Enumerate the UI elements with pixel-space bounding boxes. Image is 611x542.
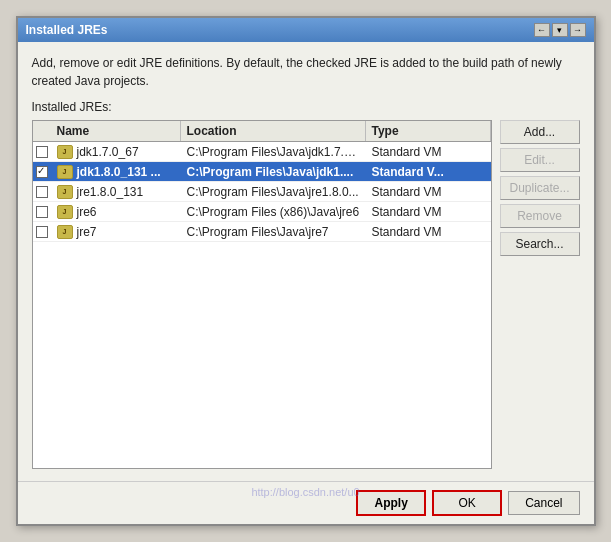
header-cb-cell [33,121,51,141]
dialog-title: Installed JREs [26,23,108,37]
row-name: Jjre1.8.0_131 [51,183,181,201]
jre-icon: J [57,165,73,179]
row-location: C:\Program Files\Java\jdk1.7.0... [181,143,366,161]
forward-button[interactable]: → [570,23,586,37]
bottom-bar: Apply OK Cancel [18,481,594,524]
jre-icon: J [57,205,73,219]
row-type: Standard VM [366,143,491,161]
row-type: Standard VM [366,183,491,201]
back-button[interactable]: ← [534,23,550,37]
ok-button[interactable]: OK [432,490,502,516]
apply-button[interactable]: Apply [356,490,426,516]
table-header: Name Location Type [33,121,491,142]
col-header-location: Location [181,121,366,141]
jre-icon: J [57,145,73,159]
down-button[interactable]: ▾ [552,23,568,37]
row-name: Jjre7 [51,223,181,241]
description-text: Add, remove or edit JRE definitions. By … [32,54,580,90]
row-name: Jjdk1.8.0_131 ... [51,163,181,181]
row-type: Standard VM [366,223,491,241]
title-bar: Installed JREs ← ▾ → [18,18,594,42]
row-location: C:\Program Files (x86)\Java\jre6 [181,203,366,221]
remove-button[interactable]: Remove [500,204,580,228]
edit-button[interactable]: Edit... [500,148,580,172]
row-checkbox[interactable] [33,206,51,218]
duplicate-button[interactable]: Duplicate... [500,176,580,200]
installed-jres-dialog: Installed JREs ← ▾ → Add, remove or edit… [16,16,596,526]
row-name: Jjdk1.7.0_67 [51,143,181,161]
table-body: Jjdk1.7.0_67C:\Program Files\Java\jdk1.7… [33,142,491,242]
row-location: C:\Program Files\Java\jre7 [181,223,366,241]
table-row[interactable]: Jjre1.8.0_131C:\Program Files\Java\jre1.… [33,182,491,202]
cancel-button[interactable]: Cancel [508,491,579,515]
col-header-type: Type [366,121,491,141]
title-bar-controls: ← ▾ → [534,23,586,37]
main-area: Name Location Type Jjdk1.7.0_67C:\Progra… [32,120,580,469]
dialog-body: Add, remove or edit JRE definitions. By … [18,42,594,481]
jre-icon: J [57,185,73,199]
table-row[interactable]: Jjdk1.8.0_131 ...C:\Program Files\Java\j… [33,162,491,182]
row-checkbox[interactable] [33,146,51,158]
row-checkbox[interactable] [33,166,51,178]
table-row[interactable]: Jjre6C:\Program Files (x86)\Java\jre6Sta… [33,202,491,222]
section-label: Installed JREs: [32,100,580,114]
add-button[interactable]: Add... [500,120,580,144]
jre-table: Name Location Type Jjdk1.7.0_67C:\Progra… [32,120,492,469]
row-name: Jjre6 [51,203,181,221]
jre-icon: J [57,225,73,239]
row-type: Standard V... [366,163,491,181]
row-checkbox[interactable] [33,186,51,198]
row-checkbox[interactable] [33,226,51,238]
row-location: C:\Program Files\Java\jre1.8.0... [181,183,366,201]
table-row[interactable]: Jjdk1.7.0_67C:\Program Files\Java\jdk1.7… [33,142,491,162]
row-type: Standard VM [366,203,491,221]
col-header-name: Name [51,121,181,141]
table-row[interactable]: Jjre7C:\Program Files\Java\jre7Standard … [33,222,491,242]
row-location: C:\Program Files\Java\jdk1.... [181,163,366,181]
search-button[interactable]: Search... [500,232,580,256]
side-buttons: Add... Edit... Duplicate... Remove Searc… [500,120,580,469]
